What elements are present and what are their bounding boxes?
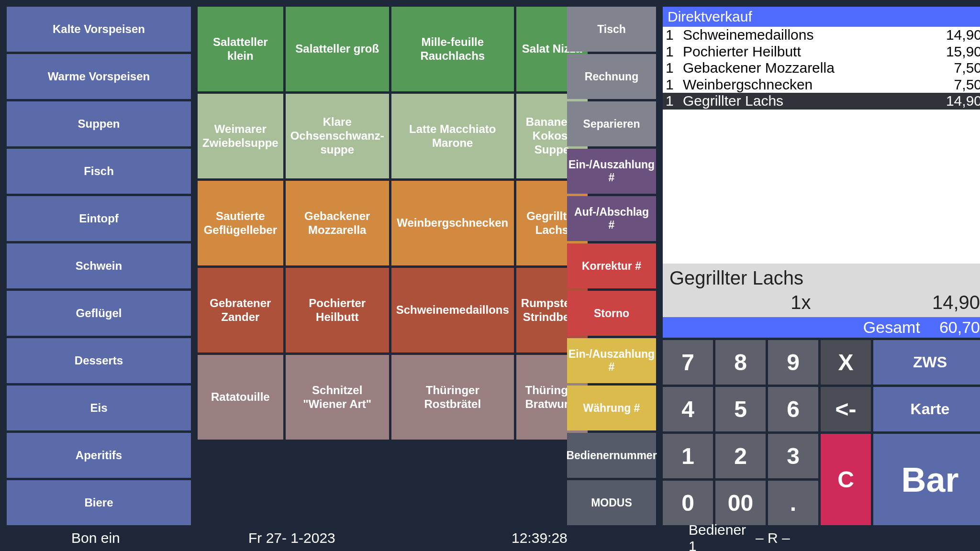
product-14[interactable]: Schweinemedaillons (391, 268, 514, 353)
receipt-line-qty: 1 (666, 60, 680, 77)
key-bar[interactable]: Bar (873, 434, 980, 525)
category-2[interactable]: Suppen (7, 101, 191, 146)
footer-rmode: – R – (756, 530, 790, 546)
key-backspace[interactable]: <- (821, 387, 871, 431)
receipt-blank-area (663, 110, 980, 264)
key-7[interactable]: 7 (663, 340, 713, 385)
product-6[interactable]: Latte Macchiato Marone (391, 94, 514, 178)
key-6[interactable]: 6 (768, 387, 818, 431)
key-5[interactable]: 5 (715, 387, 766, 431)
category-0[interactable]: Kalte Vorspeisen (7, 7, 191, 52)
action-7[interactable]: Ein-/Auszahlung # (567, 338, 656, 383)
product-12[interactable]: Gebratener Zander (198, 268, 283, 353)
footer-time: 12:39:28 (373, 530, 564, 546)
category-5[interactable]: Schwein (7, 243, 191, 288)
footer-bon: Bon ein (7, 530, 191, 546)
product-17[interactable]: Schnitzel "Wiener Art" (286, 355, 389, 440)
category-3[interactable]: Fisch (7, 149, 191, 194)
receipt-line-price: 14,90 (946, 27, 980, 44)
footer-user: Bediener 1 (564, 522, 756, 551)
receipt-line-0[interactable]: 1Schweinemedaillons14,90 (663, 27, 980, 44)
product-0[interactable]: Salatteller klein (198, 7, 283, 91)
action-8[interactable]: Währung # (567, 386, 656, 430)
key-4[interactable]: 4 (663, 387, 713, 431)
key-decimal[interactable]: . (768, 481, 818, 525)
product-8[interactable]: Sautierte Geflügelleber (198, 181, 283, 265)
key-0[interactable]: 0 (663, 481, 713, 525)
key-2[interactable]: 2 (715, 434, 766, 478)
current-item-qty: 1x (669, 292, 932, 313)
category-1[interactable]: Warme Vorspeisen (7, 54, 191, 99)
receipt-line-4[interactable]: 1Gegrillter Lachs14,90 (663, 93, 980, 110)
action-10[interactable]: MODUS (567, 480, 656, 525)
action-4[interactable]: Auf-/Abschlag # (567, 196, 656, 241)
receipt-current-item: Gegrillter Lachs 1x 14,90 (663, 264, 980, 317)
receipt-header: Direktverkauf (663, 7, 980, 27)
product-10[interactable]: Weinbergschnecken (391, 181, 514, 265)
receipt-line-price: 14,90 (946, 93, 980, 110)
total-label: Gesamt (863, 318, 920, 337)
category-7[interactable]: Desserts (7, 338, 191, 383)
footer-date: Fr 27- 1-2023 (191, 530, 373, 546)
product-4[interactable]: Weimarer Zwiebelsuppe (198, 94, 283, 178)
receipt-line-name: Weinbergschnecken (680, 77, 954, 93)
receipt-total-row: Gesamt 60,70 (663, 317, 980, 338)
receipt-line-3[interactable]: 1Weinbergschnecken7,50 (663, 77, 980, 93)
key-00[interactable]: 00 (715, 481, 766, 525)
key-8[interactable]: 8 (715, 340, 766, 385)
receipt-line-2[interactable]: 1Gebackener Mozzarella7,50 (663, 60, 980, 77)
category-9[interactable]: Aperitifs (7, 433, 191, 478)
receipt-line-price: 7,50 (954, 60, 980, 77)
action-0[interactable]: Tisch (567, 7, 656, 52)
current-item-name: Gegrillter Lachs (669, 267, 980, 289)
receipt-line-qty: 1 (666, 93, 680, 110)
current-item-price: 14,90 (932, 292, 980, 313)
product-9[interactable]: Gebackener Mozzarella (286, 181, 389, 265)
product-5[interactable]: Klare Ochsenschwanz- suppe (286, 94, 389, 178)
product-2[interactable]: Mille-feuille Rauchlachs (391, 7, 514, 91)
key-clear[interactable]: C (821, 434, 871, 525)
product-1[interactable]: Salatteller groß (286, 7, 389, 91)
action-3[interactable]: Ein-/Auszahlung # (567, 149, 656, 194)
receipt-line-price: 15,90 (946, 44, 980, 60)
product-13[interactable]: Pochierter Heilbutt (286, 268, 389, 353)
action-5[interactable]: Korrektur # (567, 243, 656, 288)
receipt-line-qty: 1 (666, 77, 680, 93)
action-9[interactable]: Bedienernummer (567, 433, 656, 478)
receipt-line-name: Pochierter Heilbutt (680, 44, 946, 60)
receipt-line-qty: 1 (666, 44, 680, 60)
receipt-line-name: Gebackener Mozzarella (680, 60, 954, 77)
receipt-line-name: Schweinemedaillons (680, 27, 946, 44)
receipt-line-name: Gegrillter Lachs (680, 93, 946, 110)
category-6[interactable]: Geflügel (7, 291, 191, 336)
key-9[interactable]: 9 (768, 340, 818, 385)
action-6[interactable]: Storno (567, 291, 656, 336)
key-3[interactable]: 3 (768, 434, 818, 478)
category-8[interactable]: Eis (7, 386, 191, 430)
key-multiply[interactable]: X (821, 340, 871, 385)
action-2[interactable]: Separieren (567, 101, 656, 146)
category-10[interactable]: Biere (7, 480, 191, 525)
total-value: 60,70 (939, 318, 980, 337)
receipt-line-1[interactable]: 1Pochierter Heilbutt15,90 (663, 44, 980, 60)
key-zws[interactable]: ZWS (873, 340, 980, 385)
key-1[interactable]: 1 (663, 434, 713, 478)
product-16[interactable]: Ratatouille (198, 355, 283, 440)
category-4[interactable]: Eintopf (7, 196, 191, 241)
product-18[interactable]: Thüringer Rostbrätel (391, 355, 514, 440)
action-1[interactable]: Rechnung (567, 54, 656, 99)
receipt-line-qty: 1 (666, 27, 680, 44)
key-karte[interactable]: Karte (873, 387, 980, 431)
receipt-line-price: 7,50 (954, 77, 980, 93)
